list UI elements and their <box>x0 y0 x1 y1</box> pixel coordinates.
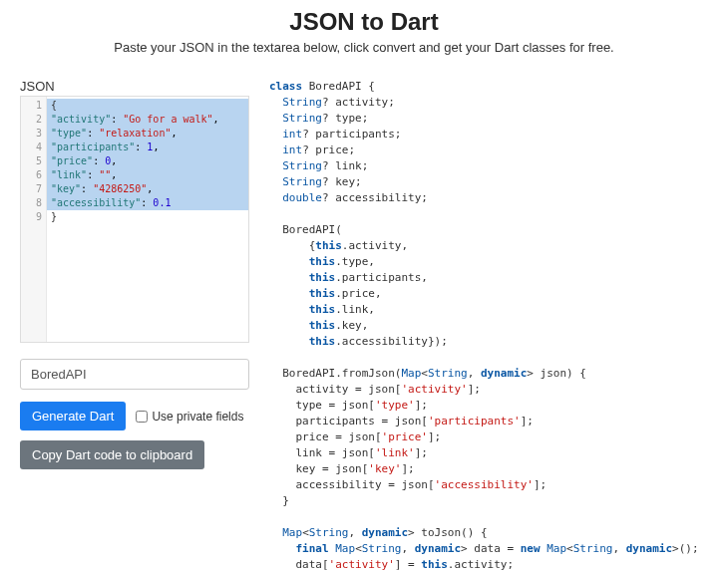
line-number: 9 <box>21 210 42 224</box>
json-token: "" <box>99 169 111 180</box>
line-number: 7 <box>21 182 42 196</box>
line-number: 3 <box>21 127 42 141</box>
json-token: 1 <box>147 142 153 152</box>
json-token: "4286250" <box>93 183 147 194</box>
line-number: 2 <box>21 113 42 127</box>
json-token: "key" <box>51 183 81 194</box>
json-token: } <box>51 211 57 222</box>
json-token: "accessibility" <box>51 197 141 208</box>
left-panel: JSON 1 2 3 4 5 6 7 8 9 { "activity": "Go… <box>20 79 249 572</box>
line-number: 4 <box>21 141 42 154</box>
json-token: "Go for a walk" <box>123 114 212 125</box>
controls-row: Generate Dart Use private fields <box>20 402 249 430</box>
line-number: 8 <box>21 196 42 210</box>
dart-code[interactable]: class BoredAPI { String? activity; Strin… <box>269 79 708 572</box>
private-fields-option[interactable]: Use private fields <box>136 410 243 424</box>
json-token: "participants" <box>51 142 135 152</box>
private-fields-checkbox[interactable] <box>136 411 148 423</box>
editor-gutter: 1 2 3 4 5 6 7 8 9 <box>21 97 47 342</box>
json-token: "link" <box>51 169 87 180</box>
page-title: JSON to Dart <box>0 8 728 36</box>
line-number: 6 <box>21 168 42 182</box>
json-token: { <box>51 100 57 111</box>
private-fields-label: Use private fields <box>152 410 243 424</box>
json-editor[interactable]: 1 2 3 4 5 6 7 8 9 { "activity": "Go for … <box>20 96 249 343</box>
json-token: "activity" <box>51 114 111 125</box>
json-label: JSON <box>20 79 249 94</box>
json-token: 0.1 <box>153 197 171 208</box>
generate-dart-button[interactable]: Generate Dart <box>20 402 126 430</box>
json-token: "type" <box>51 128 87 139</box>
json-token: 0 <box>105 155 111 166</box>
page-header: JSON to Dart Paste your JSON in the text… <box>0 0 728 61</box>
json-token: "price" <box>51 155 93 166</box>
main-content: JSON 1 2 3 4 5 6 7 8 9 { "activity": "Go… <box>0 61 728 572</box>
line-number: 5 <box>21 154 42 168</box>
line-number: 1 <box>21 99 42 113</box>
json-token: "relaxation" <box>99 128 171 139</box>
editor-code-area[interactable]: { "activity": "Go for a walk", "type": "… <box>47 97 248 342</box>
page-subtitle: Paste your JSON in the textarea below, c… <box>0 40 728 55</box>
copy-dart-button[interactable]: Copy Dart code to clipboard <box>20 440 204 469</box>
class-name-input[interactable] <box>20 359 249 390</box>
dart-output-panel: class BoredAPI { String? activity; Strin… <box>269 79 708 572</box>
